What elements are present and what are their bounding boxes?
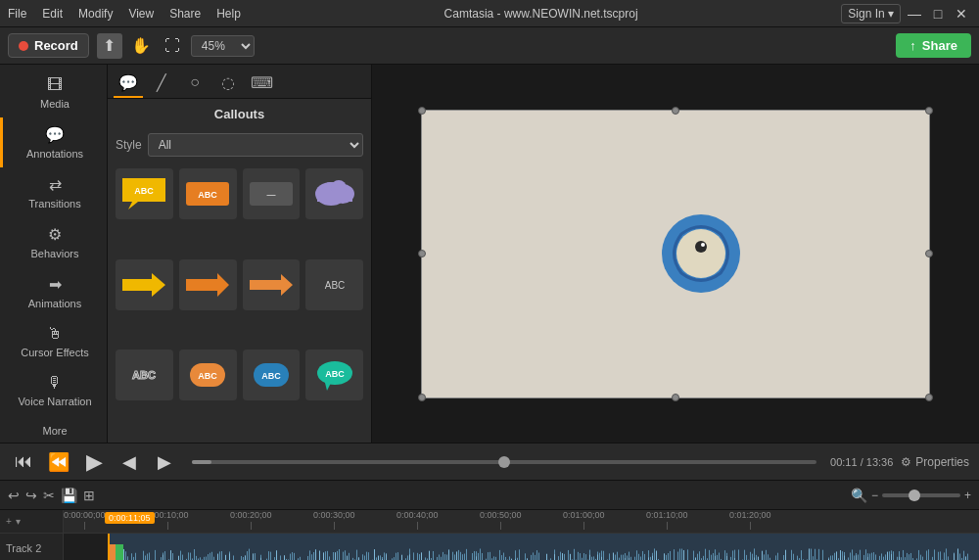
- zoom-select[interactable]: 45% 25% 50% 75% 100%: [191, 35, 255, 57]
- callout-plain-text[interactable]: ABC: [305, 259, 363, 310]
- handle-br[interactable]: [925, 394, 933, 401]
- menu-modify[interactable]: Modify: [78, 7, 113, 21]
- callout-orange-badge[interactable]: ABC: [179, 350, 237, 400]
- split-button[interactable]: ⊞: [83, 488, 95, 503]
- select-tool-button[interactable]: ⬆: [97, 33, 122, 59]
- sidebar-item-media[interactable]: 🎞 Media: [0, 69, 107, 117]
- tracks-area: 0:00:00;00 0:00:10;00 0:00:20;00 0:00:30…: [64, 510, 979, 560]
- maximize-button[interactable]: □: [928, 4, 948, 23]
- prev-frame-button[interactable]: ⏮: [10, 448, 37, 476]
- callout-yellow-speech[interactable]: ABC: [116, 168, 173, 219]
- style-select[interactable]: All Basic Arrow Sketch: [148, 133, 363, 157]
- svg-rect-10: [317, 192, 352, 202]
- sidebar-item-annotations[interactable]: 💬 Annotations: [0, 117, 107, 167]
- handle-bl[interactable]: [418, 394, 426, 401]
- style-row: Style All Basic Arrow Sketch: [108, 129, 371, 161]
- zoom-in-button[interactable]: 🔍: [851, 488, 867, 503]
- move-tool-button[interactable]: ✋: [128, 33, 154, 59]
- menu-file[interactable]: File: [8, 7, 26, 21]
- add-track-button[interactable]: +: [6, 516, 12, 527]
- tab-cursor[interactable]: ⌨: [247, 70, 276, 98]
- media-icon: 🎞: [47, 76, 63, 94]
- tab-blur[interactable]: ◌: [213, 70, 243, 98]
- tab-shape[interactable]: ○: [180, 70, 210, 98]
- callout-orange-arrow[interactable]: [179, 259, 237, 310]
- share-button[interactable]: ↑ Share: [896, 33, 971, 58]
- sidebar-item-animations[interactable]: ➡ Animations: [0, 267, 107, 317]
- callout-yellow-arrow[interactable]: [116, 259, 173, 310]
- callout-orange-rect[interactable]: ABC: [179, 168, 237, 219]
- sidebar-behaviors-label: Behaviors: [31, 248, 79, 259]
- panel-tabs: 💬 ╱ ○ ◌ ⌨: [108, 65, 371, 99]
- properties-button[interactable]: ⚙ Properties: [901, 455, 969, 469]
- add-track-header: + ▾: [0, 510, 63, 534]
- svg-marker-12: [186, 273, 229, 297]
- menu-view[interactable]: View: [128, 7, 154, 21]
- timeline-handle[interactable]: [498, 456, 510, 468]
- track2-content[interactable]: [64, 534, 979, 560]
- callout-cloud[interactable]: [305, 168, 363, 219]
- close-button[interactable]: ✕: [952, 4, 971, 23]
- expand-icon[interactable]: ▾: [16, 516, 21, 527]
- timeline-scrubber[interactable]: [192, 460, 816, 464]
- sidebar-item-more[interactable]: More: [0, 415, 107, 446]
- timeline-area: ↩ ↪ ✂ 💾 ⊞ 🔍 − + + ▾ Track 2 Track 1: [0, 480, 979, 560]
- callout-dark-rect[interactable]: —: [243, 168, 301, 219]
- sidebar-item-behaviors[interactable]: ⚙ Behaviors: [0, 217, 107, 267]
- sidebar-media-label: Media: [40, 98, 70, 110]
- canvas[interactable]: [421, 110, 930, 398]
- record-dot-icon: [19, 41, 28, 51]
- sidebar-item-transitions[interactable]: ⇄ Transitions: [0, 167, 107, 217]
- ruler-mark-0: 0:00:00;00: [64, 510, 106, 530]
- handle-ml[interactable]: [418, 250, 426, 257]
- ruler-mark-4: 0:00:40;00: [396, 510, 439, 530]
- svg-text:—: —: [266, 190, 275, 200]
- menu-bar: File Edit Modify View Share Help: [8, 7, 241, 21]
- svg-text:ABC: ABC: [135, 186, 155, 196]
- next-button[interactable]: ▶: [151, 448, 178, 476]
- zoom-slider[interactable]: [882, 493, 960, 497]
- redo-button[interactable]: ↪: [25, 488, 37, 503]
- handle-tm[interactable]: [672, 107, 679, 115]
- minimize-button[interactable]: —: [905, 4, 924, 23]
- menu-help[interactable]: Help: [216, 7, 241, 21]
- crop-tool-button[interactable]: ⛶: [160, 33, 185, 59]
- svg-marker-13: [250, 274, 293, 296]
- cut-button[interactable]: ✂: [43, 488, 55, 503]
- menu-edit[interactable]: Edit: [42, 7, 63, 21]
- step-back-button[interactable]: ⏪: [45, 448, 72, 476]
- menu-share[interactable]: Share: [169, 7, 201, 21]
- ruler-mark-8: 0:01:20;00: [729, 510, 771, 530]
- handle-tr[interactable]: [925, 107, 933, 115]
- cursor-effects-icon: 🖱: [47, 325, 63, 343]
- titlebar: File Edit Modify View Share Help Camtasi…: [0, 0, 979, 27]
- undo-button[interactable]: ↩: [8, 488, 20, 503]
- callout-text-outline[interactable]: ABC: [116, 350, 173, 400]
- sidebar-item-cursor-effects[interactable]: 🖱 Cursor Effects: [0, 317, 107, 366]
- svg-marker-11: [122, 273, 165, 297]
- sidebar-annotations-label: Annotations: [26, 148, 83, 160]
- sidebar-item-voice-narration[interactable]: 🎙 Voice Narration: [0, 366, 107, 415]
- callout-teal-speech[interactable]: ABC: [305, 350, 363, 400]
- callout-dark-blue-badge[interactable]: ABC: [243, 350, 301, 400]
- record-label: Record: [34, 38, 78, 53]
- handle-tl[interactable]: [418, 107, 426, 115]
- waveform: [108, 534, 979, 560]
- track2-label: Track 2: [0, 534, 63, 560]
- sidebar: 🎞 Media 💬 Annotations ⇄ Transitions ⚙ Be…: [0, 65, 108, 443]
- prev-button[interactable]: ◀: [116, 448, 143, 476]
- record-button[interactable]: Record: [8, 33, 89, 58]
- playhead[interactable]: [108, 534, 110, 560]
- callout-orange-rounded-arrow[interactable]: [243, 259, 301, 310]
- ruler-mark-2: 0:00:20;00: [230, 510, 272, 530]
- play-button[interactable]: ▶: [80, 448, 108, 476]
- signin-button[interactable]: Sign In ▾: [841, 4, 901, 23]
- handle-bm[interactable]: [672, 394, 679, 401]
- animations-icon: ➡: [49, 275, 62, 294]
- svg-point-24: [676, 229, 725, 278]
- handle-mr[interactable]: [925, 250, 933, 257]
- tab-callout[interactable]: 💬: [114, 70, 143, 98]
- save-button[interactable]: 💾: [61, 488, 77, 503]
- tab-line[interactable]: ╱: [147, 70, 176, 98]
- transitions-icon: ⇄: [49, 175, 62, 194]
